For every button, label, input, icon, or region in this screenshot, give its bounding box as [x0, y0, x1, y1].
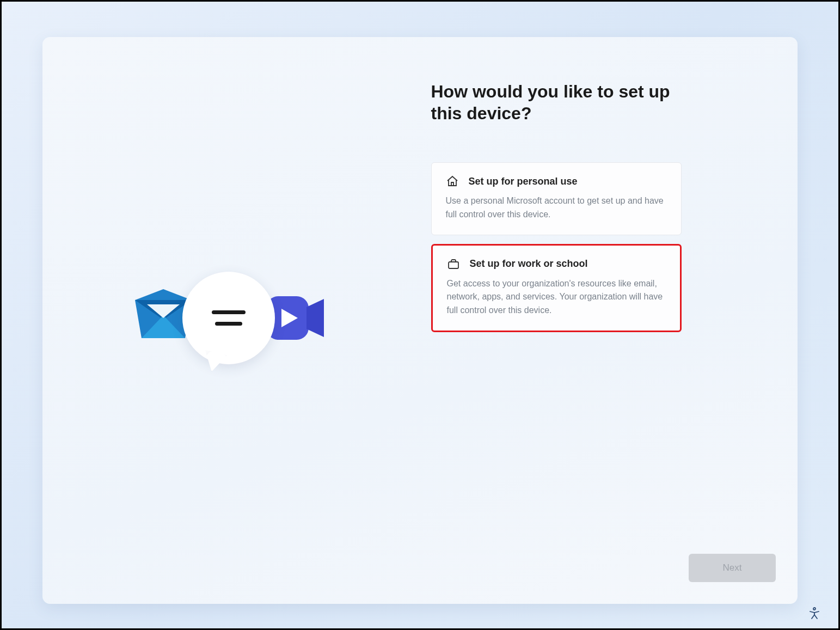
option-description: Get access to your organization's resour…	[447, 277, 666, 317]
home-icon	[446, 175, 459, 188]
illustration-pane	[42, 37, 420, 604]
option-work-school[interactable]: Set up for work or school Get access to …	[431, 244, 682, 332]
setup-illustration	[131, 266, 332, 375]
next-button[interactable]: Next	[689, 554, 776, 582]
oobe-panel: How would you like to set up this device…	[42, 37, 798, 604]
svg-rect-6	[449, 262, 458, 268]
option-title: Set up for personal use	[469, 176, 578, 187]
page-title: How would you like to set up this device…	[431, 81, 682, 124]
option-personal-use[interactable]: Set up for personal use Use a personal M…	[431, 162, 682, 235]
option-description: Use a personal Microsoft account to get …	[446, 194, 667, 222]
briefcase-icon	[447, 258, 460, 271]
accessibility-button[interactable]	[807, 605, 822, 621]
content-pane: How would you like to set up this device…	[420, 37, 798, 604]
svg-point-7	[813, 608, 816, 610]
accessibility-icon	[808, 607, 821, 620]
chat-bubble-icon	[182, 272, 275, 364]
option-title: Set up for work or school	[470, 258, 588, 270]
